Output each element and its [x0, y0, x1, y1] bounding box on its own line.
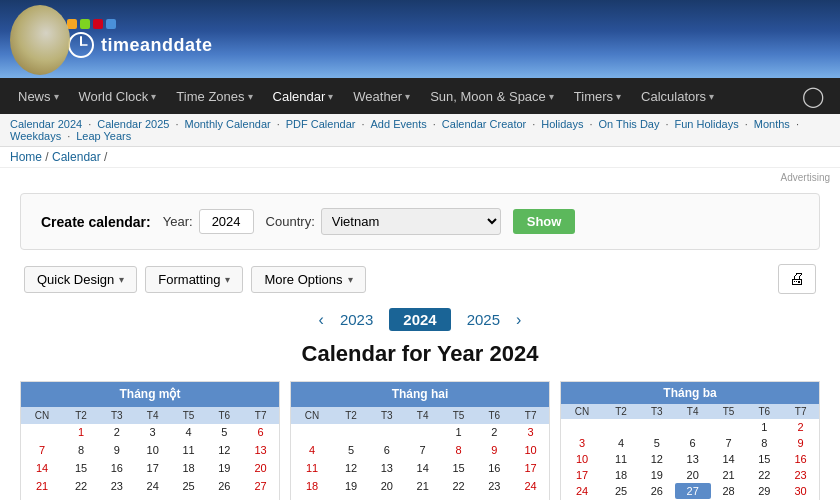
main-content: Create calendar: Year: Country: Vietnam …	[0, 183, 840, 500]
bc-leapyears[interactable]: Leap Years	[76, 130, 131, 142]
month-3: Tháng ba CN T2 T3 T4 T5 T6 T7 1 2 3	[560, 381, 820, 500]
more-options-caret: ▾	[348, 274, 353, 285]
site-logo-text: timeanddate	[101, 35, 213, 56]
country-select[interactable]: Vietnam United States United Kingdom	[321, 208, 501, 235]
year-label: Year:	[163, 214, 193, 229]
bc-cal2025[interactable]: Calendar 2025	[97, 118, 169, 130]
year-nav: ‹ 2023 2024 2025 ›	[20, 308, 820, 331]
nav-sunmoon[interactable]: Sun, Moon & Space ▾	[420, 78, 564, 114]
main-nav: News ▾ World Clock ▾ Time Zones ▾ Calend…	[0, 78, 840, 114]
formatting-button[interactable]: Formatting ▾	[145, 266, 243, 293]
quick-design-button[interactable]: Quick Design ▾	[24, 266, 137, 293]
calendar-title: Calendar for Year 2024	[20, 341, 820, 367]
month-2-header: Tháng hai	[291, 382, 550, 407]
more-options-button[interactable]: More Options ▾	[251, 266, 365, 293]
nav-timers[interactable]: Timers ▾	[564, 78, 631, 114]
prev-year-link[interactable]: 2023	[340, 311, 373, 328]
bc-home[interactable]: Home	[10, 150, 42, 164]
weather-chevron: ▾	[405, 91, 410, 102]
bc-pdf[interactable]: PDF Calendar	[286, 118, 356, 130]
print-icon: 🖨	[789, 270, 805, 287]
bc-creator[interactable]: Calendar Creator	[442, 118, 526, 130]
worldclock-chevron: ▾	[151, 91, 156, 102]
news-chevron: ▾	[54, 91, 59, 102]
quick-design-caret: ▾	[119, 274, 124, 285]
bc-weekdays[interactable]: Weekdays	[10, 130, 61, 142]
advertising-label: Advertising	[0, 168, 840, 183]
logo-icon	[67, 19, 116, 29]
breadcrumb-bar: Calendar 2024 · Calendar 2025 · Monthly …	[0, 114, 840, 147]
moon-graphic	[10, 5, 70, 75]
country-label: Country:	[266, 214, 315, 229]
bc-holidays[interactable]: Holidays	[541, 118, 583, 130]
calculators-chevron: ▾	[709, 91, 714, 102]
bc-monthly[interactable]: Monthly Calendar	[184, 118, 270, 130]
month-3-header: Tháng ba	[561, 382, 820, 405]
nav-timezones[interactable]: Time Zones ▾	[166, 78, 262, 114]
year-input[interactable]	[199, 209, 254, 234]
nav-weather[interactable]: Weather ▾	[343, 78, 420, 114]
site-header: timeanddate	[0, 0, 840, 78]
print-button[interactable]: 🖨	[778, 264, 816, 294]
sub-breadcrumb: Home / Calendar /	[0, 147, 840, 168]
toolbar: Quick Design ▾ Formatting ▾ More Options…	[20, 264, 820, 294]
calendar-chevron: ▾	[328, 91, 333, 102]
timers-chevron: ▾	[616, 91, 621, 102]
next-arrow: ›	[516, 311, 521, 329]
nav-news[interactable]: News ▾	[8, 78, 69, 114]
bc-cal2024[interactable]: Calendar 2024	[10, 118, 82, 130]
next-year-link[interactable]: 2025	[467, 311, 500, 328]
user-icon[interactable]: ◯	[794, 84, 832, 108]
nav-worldclock[interactable]: World Clock ▾	[69, 78, 167, 114]
clock-icon	[67, 31, 95, 59]
nav-calendar[interactable]: Calendar ▾	[263, 78, 344, 114]
country-field-group: Country: Vietnam United States United Ki…	[266, 208, 501, 235]
sunmoon-chevron: ▾	[549, 91, 554, 102]
bc-calendar[interactable]: Calendar	[52, 150, 101, 164]
year-field-group: Year:	[163, 209, 254, 234]
month-2: Tháng hai CN T2 T3 T4 T5 T6 T7 1 2 3 4	[290, 381, 550, 500]
month-1-header: Tháng một	[21, 382, 280, 407]
create-label: Create calendar:	[41, 214, 151, 230]
bc-onthisday[interactable]: On This Day	[599, 118, 660, 130]
timezones-chevron: ▾	[248, 91, 253, 102]
create-calendar-form: Create calendar: Year: Country: Vietnam …	[20, 193, 820, 250]
show-button[interactable]: Show	[513, 209, 576, 234]
months-grid: Tháng một CN T2 T3 T4 T5 T6 T7 1 2 3 4 5…	[20, 381, 820, 500]
bc-addevents[interactable]: Add Events	[371, 118, 427, 130]
formatting-caret: ▾	[225, 274, 230, 285]
bc-funholidays[interactable]: Fun Holidays	[675, 118, 739, 130]
nav-calculators[interactable]: Calculators ▾	[631, 78, 724, 114]
current-year: 2024	[389, 308, 450, 331]
month-1: Tháng một CN T2 T3 T4 T5 T6 T7 1 2 3 4 5…	[20, 381, 280, 500]
bc-months[interactable]: Months	[754, 118, 790, 130]
prev-arrow: ‹	[319, 311, 324, 329]
